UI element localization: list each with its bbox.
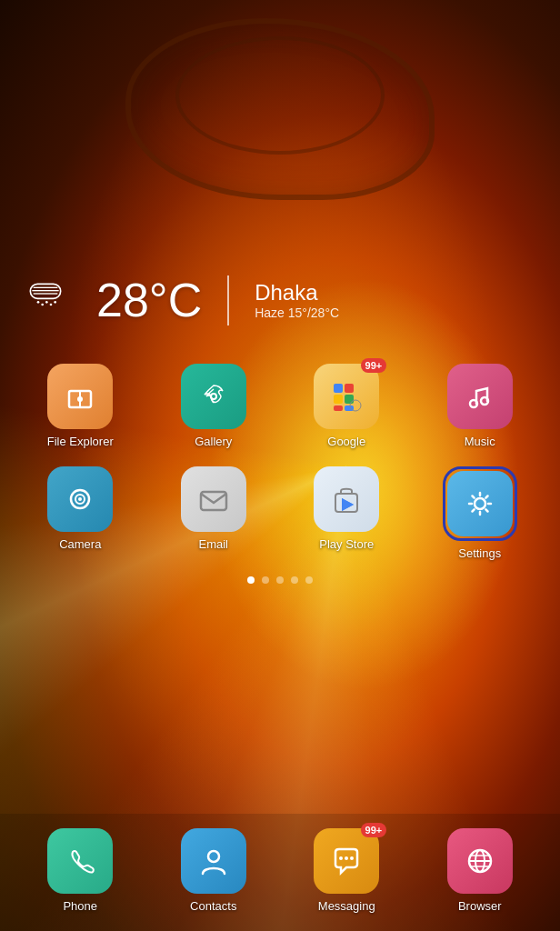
dock: Phone Contacts 99+ (0, 814, 560, 931)
svg-point-11 (77, 396, 83, 402)
svg-rect-16 (345, 395, 354, 404)
svg-point-21 (481, 397, 488, 405)
svg-point-31 (339, 856, 343, 860)
weather-location: Dhaka Haze 15°/28°C (255, 280, 339, 320)
svg-point-4 (37, 301, 40, 304)
weather-divider (227, 275, 229, 325)
page-dot-5[interactable] (305, 576, 313, 584)
app-music[interactable]: Music (418, 364, 543, 448)
svg-rect-13 (334, 384, 343, 393)
svg-point-5 (41, 304, 44, 306)
weather-city: Dhaka (255, 280, 339, 305)
settings-highlight-border (443, 466, 517, 541)
phone-icon (47, 828, 113, 894)
page-dots (0, 576, 560, 584)
play-store-icon (314, 466, 379, 532)
weather-temperature: 28°C (96, 273, 202, 327)
dock-contacts[interactable]: Contacts (152, 828, 276, 913)
app-play-store[interactable]: Play Store (285, 466, 409, 560)
weather-description: Haze 15°/28°C (255, 305, 339, 320)
svg-marker-28 (342, 498, 354, 511)
svg-point-6 (45, 301, 48, 304)
svg-point-33 (350, 856, 354, 860)
email-icon (181, 466, 246, 532)
weather-widget: 28°C Dhaka Haze 15°/28°C (0, 255, 560, 345)
contacts-label: Contacts (190, 899, 236, 913)
page-dot-2[interactable] (262, 576, 269, 584)
svg-rect-15 (334, 395, 343, 404)
settings-label: Settings (458, 546, 501, 560)
gallery-icon (181, 364, 246, 429)
music-label: Music (465, 435, 495, 448)
messaging-label: Messaging (318, 899, 375, 913)
dock-messaging[interactable]: 99+ Messaging (285, 828, 409, 913)
google-label: Google (327, 435, 365, 448)
app-grid-row2: Camera Email (0, 457, 560, 569)
svg-rect-17 (334, 405, 343, 411)
email-label: Email (198, 537, 228, 551)
browser-label: Browser (458, 899, 502, 913)
svg-point-20 (470, 400, 477, 407)
app-email[interactable]: Email (152, 466, 276, 560)
svg-point-29 (475, 498, 485, 509)
gallery-label: Gallery (195, 435, 232, 448)
app-camera[interactable]: Camera (18, 466, 143, 560)
music-icon (447, 364, 513, 429)
dock-browser[interactable]: Browser (418, 828, 543, 913)
app-file-explorer[interactable]: File Explorer (18, 364, 143, 448)
svg-point-24 (78, 497, 82, 501)
app-grid-row1: File Explorer Gallery 99+ (0, 355, 560, 457)
app-gallery[interactable]: Gallery (152, 364, 276, 448)
svg-rect-0 (30, 284, 60, 298)
messaging-badge: 99+ (361, 823, 387, 837)
play-store-label: Play Store (319, 537, 374, 551)
app-google[interactable]: 99+ Google (285, 364, 409, 448)
google-badge: 99+ (361, 358, 387, 373)
contacts-icon (181, 828, 246, 894)
page-dot-4[interactable] (291, 576, 298, 584)
svg-rect-14 (345, 384, 354, 393)
google-icon: 99+ (314, 364, 379, 429)
page-dot-1[interactable] (247, 576, 255, 584)
file-explorer-icon (47, 364, 113, 429)
phone-label: Phone (63, 899, 97, 913)
svg-point-30 (208, 851, 219, 862)
messaging-icon: 99+ (314, 828, 379, 894)
svg-point-32 (345, 856, 348, 860)
svg-rect-25 (201, 492, 226, 510)
svg-point-12 (211, 394, 216, 399)
page-dot-3[interactable] (276, 576, 284, 584)
svg-point-8 (54, 301, 56, 304)
weather-icon (27, 277, 82, 323)
browser-icon (447, 828, 513, 894)
camera-icon (47, 466, 113, 532)
camera-label: Camera (59, 537, 101, 551)
file-explorer-label: File Explorer (47, 435, 114, 448)
app-settings[interactable]: Settings (418, 466, 543, 560)
settings-icon (447, 471, 513, 536)
dock-phone[interactable]: Phone (18, 828, 143, 913)
svg-point-7 (50, 304, 53, 306)
